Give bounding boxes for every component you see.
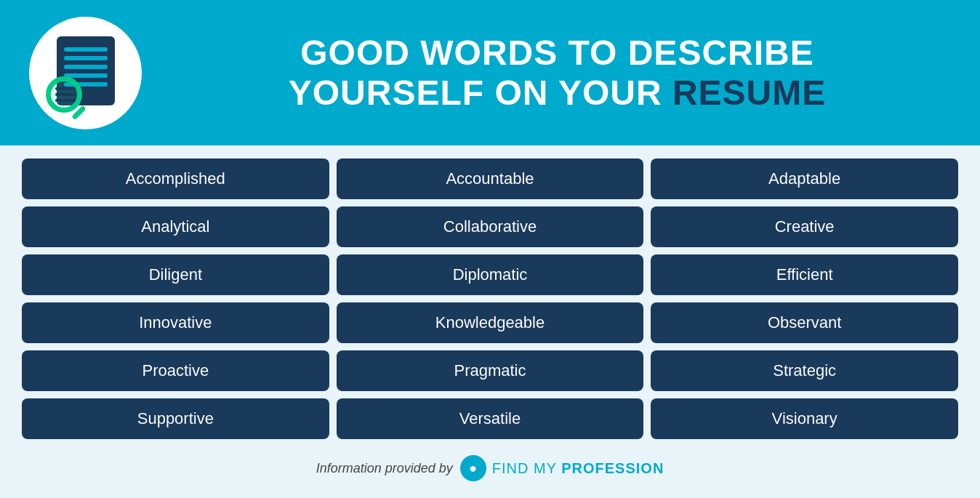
title-line2-normal: YOURSELF ON YOUR bbox=[289, 73, 672, 112]
word-card: Supportive bbox=[22, 398, 329, 439]
word-card: Accomplished bbox=[22, 158, 329, 199]
words-grid: AccomplishedAccountableAdaptableAnalytic… bbox=[22, 158, 958, 439]
word-card: Strategic bbox=[651, 350, 958, 391]
brand-name: FIND MY PROFESSION bbox=[492, 460, 664, 477]
word-card: Visionary bbox=[651, 398, 958, 439]
title-resume: RESUME bbox=[672, 73, 826, 112]
word-card: Pragmatic bbox=[337, 350, 644, 391]
word-label: Creative bbox=[775, 217, 835, 236]
word-card: Observant bbox=[651, 302, 958, 343]
word-label: Knowledgeable bbox=[435, 313, 545, 332]
footer-info-text: Information provided by bbox=[316, 461, 453, 476]
word-card: Adaptable bbox=[651, 158, 958, 199]
word-card: Proactive bbox=[22, 350, 329, 391]
magnifier-lines bbox=[55, 87, 76, 105]
word-card: Knowledgeable bbox=[337, 302, 644, 343]
word-label: Proactive bbox=[142, 361, 209, 380]
word-label: Diligent bbox=[149, 265, 202, 284]
word-card: Analytical bbox=[22, 206, 329, 247]
brand-icon: ● bbox=[460, 455, 486, 481]
main-content: AccomplishedAccountableAdaptableAnalytic… bbox=[0, 145, 980, 446]
word-label: Efficient bbox=[776, 265, 833, 284]
word-card: Versatile bbox=[337, 398, 644, 439]
word-card: Creative bbox=[651, 206, 958, 247]
word-label: Adaptable bbox=[768, 169, 840, 188]
brand-find: FIND MY bbox=[492, 460, 561, 476]
logo-circle bbox=[29, 17, 142, 129]
word-label: Collaborative bbox=[443, 217, 537, 236]
header: GOOD WORDS TO DESCRIBE YOURSELF ON YOUR … bbox=[0, 0, 980, 145]
word-card: Innovative bbox=[22, 302, 329, 343]
word-label: Versatile bbox=[459, 409, 521, 428]
brand-profession: PROFESSION bbox=[561, 460, 664, 476]
footer: Information provided by ● FIND MY PROFES… bbox=[0, 446, 980, 487]
word-card: Accountable bbox=[337, 158, 644, 199]
word-label: Supportive bbox=[137, 409, 214, 428]
brand-logo: ● FIND MY PROFESSION bbox=[460, 455, 664, 481]
word-label: Accomplished bbox=[126, 169, 225, 188]
word-label: Observant bbox=[768, 313, 842, 332]
word-label: Analytical bbox=[141, 217, 209, 236]
word-card: Diplomatic bbox=[337, 254, 644, 295]
logo-icon bbox=[49, 33, 122, 113]
word-card: Diligent bbox=[22, 254, 329, 295]
magnifier-icon bbox=[46, 76, 82, 113]
title-line1: GOOD WORDS TO DESCRIBE bbox=[300, 33, 814, 72]
word-label: Accountable bbox=[446, 169, 534, 188]
word-label: Strategic bbox=[773, 361, 836, 380]
word-label: Visionary bbox=[772, 409, 838, 428]
word-card: Collaborative bbox=[337, 206, 644, 247]
word-label: Innovative bbox=[139, 313, 212, 332]
word-card: Efficient bbox=[651, 254, 958, 295]
word-label: Pragmatic bbox=[454, 361, 526, 380]
page-title: GOOD WORDS TO DESCRIBE YOURSELF ON YOUR … bbox=[164, 33, 951, 113]
word-label: Diplomatic bbox=[453, 265, 528, 284]
header-text: GOOD WORDS TO DESCRIBE YOURSELF ON YOUR … bbox=[164, 33, 951, 113]
